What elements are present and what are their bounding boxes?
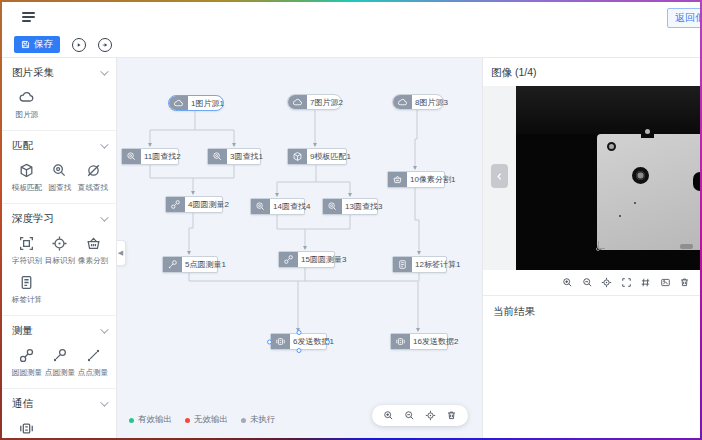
run-once-button[interactable]: [72, 38, 86, 52]
flow-node[interactable]: 14圆查找4: [250, 198, 305, 215]
legend-item: 未执行: [241, 414, 276, 426]
tool-label: 字符识别: [11, 255, 41, 265]
preview-image[interactable]: [516, 86, 700, 270]
node-icon-box: [271, 334, 290, 349]
tool-item[interactable]: 字符识别: [10, 234, 43, 266]
connection-handle[interactable]: [296, 348, 301, 353]
locate-icon[interactable]: [425, 410, 436, 421]
palette-items: 圆圆测量点圆测量点点测量: [2, 344, 116, 382]
flow-node[interactable]: 8图片源3: [392, 94, 444, 110]
flow-canvas[interactable]: ◀ 有效输出无效输出未执行 1图片源17图片源28图片源311圆查找23圆查找1…: [117, 58, 482, 438]
tool-label: 圆圆测量: [11, 367, 41, 377]
tool-icon-wrap: [51, 234, 68, 252]
flow-node[interactable]: 16发送数据2: [390, 333, 448, 350]
canvas-zoom-toolbar: [372, 405, 468, 426]
tool-label: 图片源: [15, 109, 38, 119]
tool-label: 像素分割: [78, 255, 108, 265]
edge-layer: [117, 58, 482, 438]
palette-section-header[interactable]: 深度学习: [2, 204, 116, 232]
measure-pc-icon: [167, 259, 178, 270]
locate-icon[interactable]: [601, 277, 612, 288]
preview-panel: 图像 (1/4): [482, 58, 700, 438]
flow-node[interactable]: 9模板匹配1: [287, 148, 347, 165]
circle-find-icon: [327, 201, 338, 212]
node-label: 16发送数据2: [410, 334, 461, 349]
tool-item[interactable]: [10, 419, 43, 438]
node-icon-box: [279, 252, 298, 267]
flow-node[interactable]: 5点圆测量1: [162, 256, 218, 273]
zoom-in-icon[interactable]: [383, 410, 394, 421]
flow-node[interactable]: 13圆查找3: [322, 198, 378, 215]
prev-image-button[interactable]: [491, 164, 508, 188]
flow-node[interactable]: 15圆圆测量3: [278, 251, 335, 268]
node-label: 9模板匹配1: [307, 149, 354, 164]
tool-item[interactable]: 点点测量: [77, 346, 110, 378]
edge: [415, 188, 419, 254]
tool-item[interactable]: 像素分割: [77, 234, 110, 266]
inspected-part: [597, 134, 700, 250]
chevron-down-icon: [100, 140, 108, 148]
tool-item[interactable]: 直线查找: [77, 161, 110, 193]
node-icon-box: [288, 95, 307, 109]
flow-node[interactable]: 10像素分割1: [387, 171, 445, 188]
export-image-icon[interactable]: [660, 277, 671, 288]
save-button[interactable]: 保存: [14, 36, 60, 53]
legend-label: 无效输出: [194, 414, 228, 426]
palette-items: 图片源: [2, 86, 116, 124]
back-to-lowcode-button[interactable]: 返回低代: [667, 8, 700, 28]
palette-items: [2, 417, 116, 438]
palette-section-header[interactable]: 匹配: [2, 131, 116, 159]
run-continuous-button[interactable]: [98, 38, 112, 52]
connection-handle[interactable]: [296, 330, 301, 335]
flow-node[interactable]: 7图片源2: [287, 94, 342, 110]
zoom-out-icon[interactable]: [582, 277, 593, 288]
tool-item[interactable]: 标签计算: [10, 273, 43, 305]
section-title: 图片采集: [12, 66, 54, 80]
part-reflection: [680, 244, 693, 249]
chevron-left-icon: [495, 172, 504, 181]
node-label: 1图片源1: [188, 96, 227, 110]
sidebar-collapse-handle[interactable]: ◀: [117, 240, 126, 266]
play-loop-icon: [101, 41, 109, 49]
circle-find-icon: [255, 201, 266, 212]
protocol-icon: [18, 420, 35, 437]
palette-section-header[interactable]: 通信: [2, 389, 116, 417]
flow-node[interactable]: 11圆查找2: [121, 148, 179, 165]
node-label: 7图片源2: [307, 95, 346, 109]
template-match-icon: [292, 151, 303, 162]
label-calc-icon: [18, 274, 35, 291]
main-content: 图片采集图片源匹配模板匹配圆查找直线查找深度学习字符识别目标识别像素分割标签计算…: [2, 57, 700, 438]
menu-icon[interactable]: [22, 9, 38, 25]
grid-icon[interactable]: [640, 277, 651, 288]
connection-handle[interactable]: [267, 339, 272, 344]
tool-icon-wrap: [18, 346, 35, 364]
target-icon: [51, 235, 68, 252]
flow-node[interactable]: 12标签计算1: [392, 256, 447, 273]
node-label: 11圆查找2: [141, 149, 184, 164]
tool-item[interactable]: 模板匹配: [10, 161, 43, 193]
tool-item[interactable]: 目标识别: [43, 234, 76, 266]
delete-image-icon[interactable]: [679, 277, 690, 288]
palette-section-header[interactable]: 测量: [2, 316, 116, 344]
palette-section-header[interactable]: 图片采集: [2, 58, 116, 86]
flow-node[interactable]: 4圆圆测量2: [165, 196, 223, 213]
flow-node[interactable]: 3圆查找1: [207, 148, 261, 165]
tool-item[interactable]: 图片源: [10, 88, 43, 120]
tool-item[interactable]: 圆查找: [43, 161, 76, 193]
connection-handle[interactable]: [325, 339, 330, 344]
fullscreen-icon[interactable]: [621, 277, 632, 288]
tool-item[interactable]: 点圆测量: [43, 346, 76, 378]
node-icon-box: [323, 199, 342, 214]
zoom-in-icon[interactable]: [562, 277, 573, 288]
circle-find-icon: [126, 151, 137, 162]
node-icon-box: [169, 96, 188, 110]
flow-node[interactable]: 6发送数据1: [270, 333, 327, 350]
clear-canvas-icon[interactable]: [446, 410, 457, 421]
zoom-out-icon[interactable]: [404, 410, 415, 421]
part-edge-notch: [693, 172, 700, 191]
legend-dot-icon: [185, 418, 190, 423]
tool-item[interactable]: 圆圆测量: [10, 346, 43, 378]
node-label: 4圆圆测量2: [185, 197, 232, 212]
flow-node[interactable]: 1图片源1: [168, 95, 224, 111]
legend-dot-icon: [129, 418, 134, 423]
